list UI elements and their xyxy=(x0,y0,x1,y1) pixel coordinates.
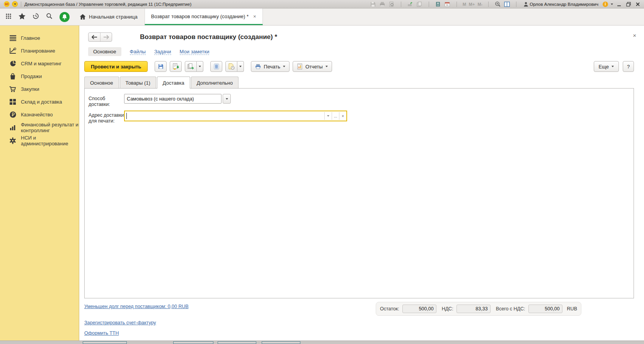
user-icon xyxy=(524,2,528,7)
divider xyxy=(401,2,401,7)
shopping-bag-icon xyxy=(9,73,17,80)
system-menu-button[interactable] xyxy=(12,1,18,7)
save-icon[interactable] xyxy=(370,1,377,7)
split-window-icon[interactable] xyxy=(504,1,510,7)
register-records-button[interactable] xyxy=(210,61,222,72)
active-tab-label: Возврат товаров поставщику (создание) * xyxy=(151,14,249,19)
tab-return-to-supplier[interactable]: Возврат товаров поставщику (создание) * … xyxy=(145,9,263,25)
notifications-bell-icon[interactable] xyxy=(60,12,70,22)
command-bar: Провести и закрыть xyxy=(84,61,634,72)
copy-icon[interactable] xyxy=(416,1,423,7)
info-caret-button[interactable] xyxy=(611,3,613,5)
printer-icon xyxy=(255,64,261,69)
ruble-circle-icon xyxy=(9,111,17,118)
zoom-icon[interactable] xyxy=(494,1,501,7)
sidebar-item-treasury[interactable]: Казначейство xyxy=(0,108,79,121)
memory-recall-button[interactable]: M xyxy=(463,2,466,7)
sidebar-item-warehouse-delivery[interactable]: Склад и доставка xyxy=(0,95,79,108)
sections-sidebar: Главное Планирование CRM и маркетинг Про… xyxy=(0,26,79,341)
memory-add-button[interactable]: M+ xyxy=(469,2,475,7)
tab-home-page[interactable]: Начальная страница xyxy=(73,9,145,25)
sidebar-item-crm-marketing[interactable]: CRM и маркетинг xyxy=(0,57,79,70)
sidebar-item-nsi-administration[interactable]: НСИ и администрирование xyxy=(0,134,79,147)
sidebar-item-sales[interactable]: Продажи xyxy=(0,70,79,83)
form-close-icon[interactable]: × xyxy=(633,32,636,38)
apps-grid-icon[interactable] xyxy=(5,13,12,21)
sidebar-item-purchasing[interactable]: Закупки xyxy=(0,83,79,95)
currency-label: RUB xyxy=(567,306,577,312)
divider xyxy=(429,2,429,7)
debt-decreased-link[interactable]: Уменьшен долг перед поставщиком: 0,00 RU… xyxy=(84,304,189,309)
remainder-value xyxy=(402,305,436,313)
delivery-address-label: Адрес доставки для печати: xyxy=(89,111,124,124)
issue-ttn-link[interactable]: Оформить ТТН xyxy=(84,330,119,336)
data-exchange-icon[interactable] xyxy=(407,1,414,7)
calendar-icon[interactable]: 31 xyxy=(444,1,451,7)
calculator-icon[interactable] xyxy=(435,1,441,7)
nav-link-my-notes[interactable]: Мои заметки xyxy=(180,49,210,55)
print-preview-icon[interactable] xyxy=(388,1,395,7)
svg-text:31: 31 xyxy=(446,4,449,6)
forward-button[interactable] xyxy=(100,33,112,41)
current-user[interactable]: Орлов Александр Владимирович xyxy=(524,2,598,7)
report-icon xyxy=(297,63,303,70)
info-button[interactable]: i xyxy=(603,2,608,7)
more-button[interactable]: Еще xyxy=(594,61,619,72)
tab-close-icon[interactable]: × xyxy=(253,14,256,19)
totals-panel: Остаток: НДС: Всего с НДС: RUB xyxy=(376,302,581,316)
search-icon[interactable] xyxy=(46,13,53,21)
window-title: Демонстрационная база / Управление торго… xyxy=(24,2,191,7)
history-icon[interactable] xyxy=(32,13,39,21)
bar-chart-icon xyxy=(9,125,17,131)
taskbar-item xyxy=(218,341,256,344)
nav-link-main[interactable]: Основное xyxy=(88,47,121,56)
nav-link-files[interactable]: Файлы xyxy=(130,49,146,55)
scheduled-doc-icon[interactable] xyxy=(225,61,237,72)
pie-chart-icon xyxy=(9,60,17,67)
back-button[interactable] xyxy=(89,33,100,41)
restore-button[interactable] xyxy=(625,1,632,7)
scheduled-doc-caret[interactable] xyxy=(237,61,244,72)
document-tabs: Основное Товары (1) Доставка Дополнитель… xyxy=(84,77,634,88)
address-choose-button[interactable]: ... xyxy=(332,112,339,120)
1c-logo-icon[interactable]: 1С xyxy=(4,1,10,7)
save-button[interactable] xyxy=(155,61,167,72)
sidebar-item-main[interactable]: Главное xyxy=(0,32,79,44)
warehouse-grid-icon xyxy=(9,99,17,105)
sidebar-item-planning[interactable]: Планирование xyxy=(0,44,79,57)
tab-goods[interactable]: Товары (1) xyxy=(120,77,156,89)
address-dropdown-button[interactable] xyxy=(324,112,332,120)
register-invoice-link[interactable]: Зарегистрировать счет-фактуру xyxy=(84,320,156,325)
delivery-method-dropdown-button[interactable] xyxy=(223,94,231,104)
scheduled-doc-button xyxy=(225,61,244,72)
print-icon[interactable] xyxy=(379,1,386,7)
menu-icon xyxy=(9,35,17,41)
delivery-method-label: Способ доставки: xyxy=(89,94,124,107)
remainder-label: Остаток: xyxy=(380,306,399,312)
taskbar-item xyxy=(83,341,127,344)
divider xyxy=(488,2,489,7)
address-clear-button[interactable]: × xyxy=(339,112,346,120)
delivery-address-field: ... × xyxy=(124,111,347,121)
post-document-button[interactable] xyxy=(170,61,182,72)
close-window-button[interactable] xyxy=(634,1,641,7)
sidebar-item-financial-result[interactable]: Финансовый результат и контроллинг xyxy=(0,121,79,134)
favorites-star-icon[interactable] xyxy=(19,13,26,21)
create-based-on-caret[interactable] xyxy=(197,61,203,72)
tab-main[interactable]: Основное xyxy=(84,77,119,89)
print-menu-button[interactable]: Печать xyxy=(251,61,290,72)
tab-additional[interactable]: Дополнительно xyxy=(191,77,239,89)
reports-menu-button[interactable]: Отчеты xyxy=(293,61,332,72)
help-button[interactable]: ? xyxy=(623,61,634,72)
vat-label: НДС: xyxy=(442,306,453,312)
vat-value xyxy=(457,305,491,313)
create-based-on-icon[interactable] xyxy=(185,61,197,72)
delivery-method-select[interactable] xyxy=(124,94,221,104)
taskbar-item xyxy=(262,341,300,344)
tab-delivery[interactable]: Доставка xyxy=(157,77,190,89)
nav-link-tasks[interactable]: Задачи xyxy=(154,49,171,55)
minimize-button[interactable] xyxy=(616,1,622,7)
post-and-close-button[interactable]: Провести и закрыть xyxy=(84,61,148,72)
delivery-address-input[interactable] xyxy=(127,111,324,121)
memory-subtract-button[interactable]: M- xyxy=(477,2,482,7)
